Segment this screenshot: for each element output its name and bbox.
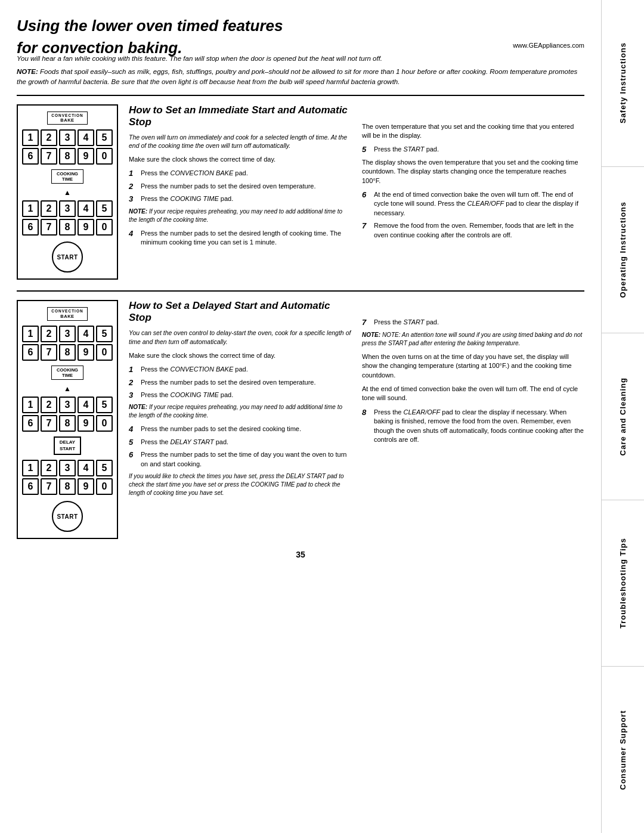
numpad-bottom-2: 1 2 3 4 5 6 7 8 9 0 [22,460,113,495]
section1-instructions: How to Set an Immediate Start and Automa… [129,104,584,280]
section1-step3: 2 Press the number pads to set the desir… [129,182,351,191]
section2-title: How to Set a Delayed Start and Automatic… [129,300,351,324]
cooking-time-label-1: COOKING TIME [51,169,83,184]
cooking-time-arrow-1: ▲ [64,188,71,197]
section2-step7: 6 Press the number pads to set the time … [129,450,351,469]
page-title: Using the lower oven timed features for … [17,17,584,57]
section2-step4: 3 Press the COOKING TIME pad. [129,391,351,400]
section2-step3: 2 Press the number pads to set the desir… [129,378,351,387]
numpad-top-2: 1 2 3 4 5 6 7 8 9 0 [22,326,113,361]
delay-start-btn[interactable]: DELAY START [54,436,81,455]
section2-bottom-italic: If you would like to check the times you… [129,472,351,497]
sidebar-section-safety: Safety Instructions [602,0,644,167]
intro-note-label: NOTE: [17,68,38,75]
section1-step4: 3 Press the COOKING TIME pad. [129,194,351,203]
section2-step6: 5 Press the DELAY START pad. [129,438,351,447]
section2-left-col: How to Set a Delayed Start and Automatic… [129,300,351,539]
section1-step7: 6 At the end of timed convection bake th… [362,190,584,218]
section1-right-intro: The oven temperature that you set and th… [362,122,584,141]
section1-intro: The oven will turn on immediately and co… [129,133,351,150]
sidebar-section-operating: Operating Instructions [602,167,644,334]
section2-right-note: NOTE: NOTE: An attention tone will sound… [362,331,584,348]
section2-at-end: At the end of timed convection bake the … [362,385,584,403]
section1-step1: Make sure the clock shows the correct ti… [129,155,351,164]
sidebar-section-care: Care and Cleaning [602,333,644,500]
section1-left-col: How to Set an Immediate Start and Automa… [129,104,351,280]
sidebar-section-consumer: Consumer Support [602,667,644,833]
section2-instructions: How to Set a Delayed Start and Automatic… [129,300,584,539]
sidebar-section-troubleshooting: Troubleshooting Tips [602,500,644,667]
intro-note-text: NOTE: Foods that spoil easily–such as mi… [17,67,584,86]
convection-label-1: CONVECTION BAKE [47,112,87,125]
section2-intro: You can set the oven control to delay-st… [129,329,351,346]
section2-step9: 8 Press the CLEAR/OFF pad to clear the d… [362,408,584,445]
convection-label-2: CONVECTION BAKE [47,307,87,321]
section1-step5: 4 Press the number pads to set the desir… [129,229,351,247]
numpad-top-1: 1 2 3 4 5 6 7 8 9 0 [22,129,113,165]
section1-display-text: The display shows the oven temperature t… [362,158,584,185]
numpad-mid-2: 1 2 3 4 5 6 7 8 9 0 [22,397,113,432]
section2-when-turns-on: When the oven turns on at the time of da… [362,352,584,380]
section1-divider [17,95,584,96]
oven-diagram-1: CONVECTION BAKE 1 2 3 4 5 6 7 8 9 0 COOK… [17,104,118,280]
section1-title: How to Set an Immediate Start and Automa… [129,104,351,128]
cooking-time-label-2: COOKING TIME [51,366,83,380]
start-button-2[interactable]: START [52,501,83,532]
section1-step6: 5 Press the START pad. [362,145,584,154]
section2-note: NOTE: If your recipe requires preheating… [129,403,351,420]
section2-step1: Make sure the clock shows the correct ti… [129,351,351,360]
cooking-time-arrow-2: ▲ [64,385,71,393]
section2-divider [17,290,584,292]
section2-right-col: 7 Press the START pad. NOTE: NOTE: An at… [362,300,584,539]
section1-note: NOTE: If your recipe requires preheating… [129,208,351,224]
numpad-bottom-1: 1 2 3 4 5 6 7 8 9 0 [22,200,113,236]
section1-step8: 7 Remove the food from the oven. Remembe… [362,221,584,240]
intro-fan-text: You will hear a fan while cooking with t… [17,54,584,63]
start-button-1[interactable]: START [52,241,83,272]
right-sidebar: Safety Instructions Operating Instructio… [601,0,644,833]
section1-layout: CONVECTION BAKE 1 2 3 4 5 6 7 8 9 0 COOK… [17,104,584,280]
section2-step2: 1 Press the CONVECTION BAKE pad. [129,365,351,374]
section2-layout: CONVECTION BAKE 1 2 3 4 5 6 7 8 9 0 COOK… [17,300,584,539]
section1-step2: 1 Press the CONVECTION BAKE pad. [129,169,351,178]
section1-right-col: The oven temperature that you set and th… [362,104,584,280]
section2-step8: 7 Press the START pad. [362,318,584,327]
section2-step5: 4 Press the number pads to set the desir… [129,425,351,433]
page-number: 35 [17,550,584,559]
oven-diagram-2: CONVECTION BAKE 1 2 3 4 5 6 7 8 9 0 COOK… [17,300,118,539]
